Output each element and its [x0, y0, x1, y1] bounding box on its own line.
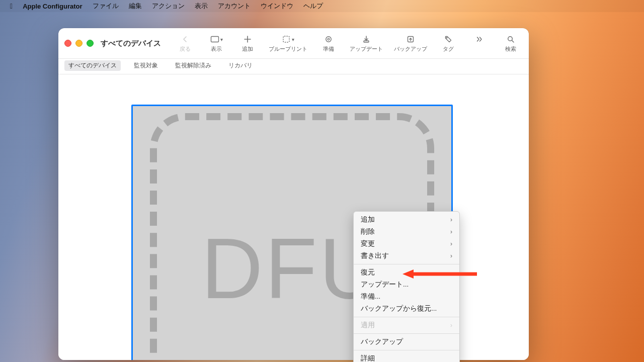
toolbar-prepare-label: 準備 — [323, 46, 334, 53]
window-traffic-lights — [64, 40, 94, 47]
svg-rect-0 — [211, 37, 218, 42]
toolbar-update-button[interactable]: アップデート — [350, 34, 383, 53]
menubar-item-help[interactable]: ヘルプ — [303, 2, 323, 11]
toolbar-prepare-button[interactable]: 準備 — [318, 34, 339, 53]
toolbar-back-button[interactable]: 戻る — [175, 34, 195, 53]
ctx-item-details[interactable]: 詳細 — [354, 352, 459, 362]
menu-separator — [354, 317, 459, 317]
filter-supervised[interactable]: 監視対象 — [130, 60, 162, 71]
menu-separator — [354, 333, 459, 334]
toolbar-backup-button[interactable]: バックアップ — [394, 34, 427, 53]
menubar-item-edit[interactable]: 編集 — [129, 2, 142, 11]
window-toolbar: すべてのデバイス 戻る ▾ 表示 — [58, 28, 529, 59]
toolbar-add-label: 追加 — [242, 46, 253, 53]
toolbar-update-label: アップデート — [350, 46, 383, 53]
toolbar-search-button[interactable]: 検索 — [501, 34, 521, 53]
chevron-right-icon: › — [450, 216, 452, 223]
chevron-double-right-icon — [475, 34, 484, 45]
window-close-button[interactable] — [64, 40, 71, 47]
apple-menu-icon[interactable]:  — [10, 3, 13, 10]
toolbar-back-label: 戻る — [180, 46, 191, 53]
device-context-menu: 追加 › 削除 › 変更 › 書き出す › 復元 アップデート... 準備...… — [353, 211, 460, 362]
chevron-down-icon: ▾ — [220, 37, 223, 42]
menu-separator — [354, 350, 459, 350]
filter-recovery[interactable]: リカバリ — [224, 60, 257, 71]
toolbar-backup-label: バックアップ — [394, 46, 427, 53]
ctx-item-details-label: 詳細 — [361, 354, 375, 362]
chevron-down-icon: ▾ — [292, 37, 294, 42]
ctx-item-remove-label: 削除 — [361, 227, 375, 236]
ctx-item-add-label: 追加 — [361, 215, 375, 224]
gear-icon — [325, 34, 333, 45]
ctx-item-restore-label: 復元 — [361, 268, 375, 277]
toolbar-search-label: 検索 — [505, 46, 516, 53]
toolbar-overflow-button[interactable] — [469, 34, 490, 46]
svg-point-6 — [446, 37, 447, 38]
toolbar-view-label: 表示 — [211, 46, 222, 53]
system-menubar:  Apple Configurator ファイル 編集 アクション 表示 アカ… — [0, 0, 644, 12]
ctx-item-remove[interactable]: 削除 › — [354, 226, 459, 238]
ctx-item-apply: 適用 › — [354, 319, 459, 331]
toolbar-view-button[interactable]: ▾ 表示 — [206, 34, 226, 53]
toolbar-add-button[interactable]: 追加 — [237, 34, 258, 53]
blueprint-icon: ▾ — [282, 34, 294, 45]
menubar-item-account[interactable]: アカウント — [218, 2, 251, 11]
filter-bar: すべてのデバイス 監視対象 監視解除済み リカバリ — [58, 59, 529, 74]
search-icon — [507, 34, 515, 45]
ctx-item-prepare-label: 準備... — [361, 292, 380, 301]
toolbar-buttons: 戻る ▾ 表示 追加 — [175, 34, 523, 53]
window-zoom-button[interactable] — [87, 40, 94, 47]
svg-rect-4 — [364, 41, 369, 42]
svg-point-3 — [328, 38, 330, 40]
toolbar-tag-button[interactable]: タグ — [438, 34, 458, 53]
chevron-right-icon: › — [450, 252, 452, 259]
chevron-left-icon — [181, 34, 189, 45]
ctx-item-restore-from-backup-label: バックアップから復元... — [361, 304, 437, 313]
view-picker-icon: ▾ — [210, 34, 223, 45]
filter-unsupervised[interactable]: 監視解除済み — [171, 60, 215, 71]
ctx-item-prepare[interactable]: 準備... — [354, 291, 459, 303]
plus-icon — [244, 34, 252, 45]
ctx-item-modify-label: 変更 — [361, 239, 375, 248]
ctx-item-restore-from-backup[interactable]: バックアップから復元... — [354, 303, 459, 315]
menubar-item-view[interactable]: 表示 — [195, 2, 208, 11]
tag-icon — [444, 34, 452, 45]
filter-all-devices[interactable]: すべてのデバイス — [64, 60, 121, 71]
toolbar-tag-label: タグ — [443, 46, 454, 53]
download-icon — [362, 34, 370, 45]
ctx-item-update-label: アップデート... — [361, 280, 409, 289]
ctx-item-modify[interactable]: 変更 › — [354, 238, 459, 250]
ctx-item-update[interactable]: アップデート... — [354, 279, 459, 291]
toolbar-blueprint-label: ブループリント — [269, 46, 307, 53]
ctx-item-backup[interactable]: バックアップ — [354, 336, 459, 348]
ctx-item-export[interactable]: 書き出す › — [354, 250, 459, 262]
desktop-background:  Apple Configurator ファイル 編集 アクション 表示 アカ… — [0, 0, 644, 362]
svg-rect-1 — [283, 36, 289, 42]
ctx-item-apply-label: 適用 — [361, 321, 375, 330]
menubar-item-file[interactable]: ファイル — [93, 2, 119, 11]
window-title: すべてのデバイス — [101, 39, 161, 48]
ctx-item-backup-label: バックアップ — [361, 337, 403, 346]
menu-separator — [354, 264, 459, 264]
chevron-right-icon: › — [450, 240, 452, 247]
ctx-item-export-label: 書き出す — [361, 251, 389, 260]
chevron-right-icon: › — [450, 322, 452, 329]
ctx-item-restore[interactable]: 復元 — [354, 266, 459, 279]
chevron-right-icon: › — [450, 228, 452, 235]
svg-point-2 — [326, 37, 331, 42]
menubar-item-action[interactable]: アクション — [152, 2, 185, 11]
window-minimize-button[interactable] — [75, 40, 83, 47]
toolbar-blueprint-button[interactable]: ▾ ブループリント — [269, 34, 307, 53]
backup-icon — [407, 34, 415, 45]
menubar-app-name[interactable]: Apple Configurator — [23, 3, 82, 10]
menubar-item-window[interactable]: ウインドウ — [261, 2, 293, 11]
ctx-item-add[interactable]: 追加 › — [354, 214, 459, 226]
